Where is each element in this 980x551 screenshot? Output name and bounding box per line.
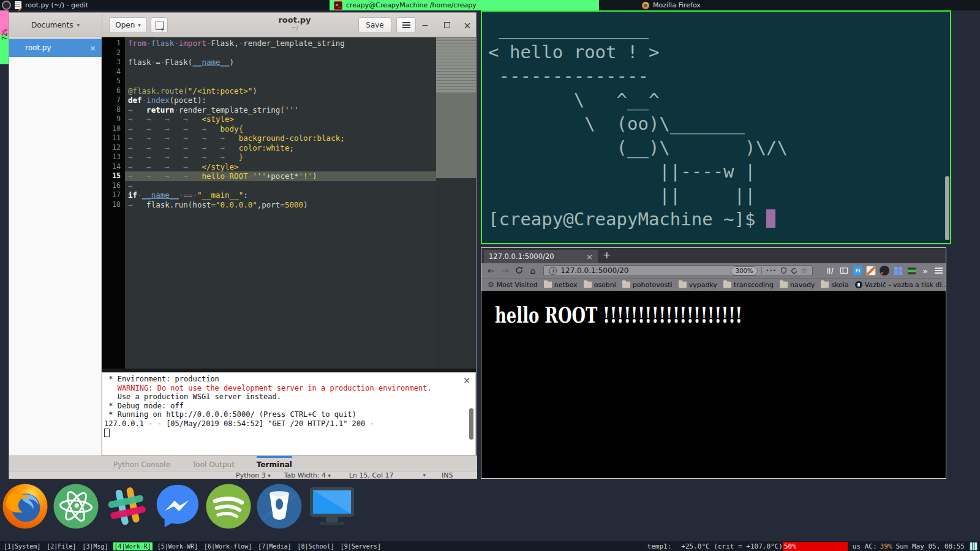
tray-grid-icon[interactable] <box>970 542 978 550</box>
code-line[interactable] <box>125 67 436 77</box>
page-actions-icon[interactable]: ••• <box>766 268 776 274</box>
code-line[interactable]: → → → → <style> <box>125 114 436 124</box>
panel-tab-tool-output[interactable]: Tool Output <box>192 456 235 471</box>
terminal-window[interactable]: ______________ < hello root ! > --------… <box>481 10 951 244</box>
panel-scrollbar[interactable] <box>469 408 473 440</box>
workspace--3-msg-[interactable]: [3|Msg] <box>81 542 109 550</box>
site-info-icon[interactable]: i <box>549 267 557 275</box>
bookmark-item[interactable]: vypadky <box>679 281 717 289</box>
workspace--6-work-flow-[interactable]: [6|Work-flow] <box>203 542 253 550</box>
workspace--2-file-[interactable]: [2|File] <box>45 542 77 550</box>
close-button[interactable]: × <box>462 20 473 31</box>
code-line[interactable]: from·flask·import·Flask,·render_template… <box>125 39 436 48</box>
code-line[interactable]: → → → → </style> <box>125 162 436 172</box>
menu-button[interactable] <box>396 17 416 33</box>
code-line[interactable]: → flask.run(host="0.0.0.0",port=5000) <box>125 200 436 210</box>
addon-green-icon[interactable] <box>907 266 916 276</box>
code-line[interactable]: def·index(pocet): <box>125 96 436 105</box>
bookmark-item[interactable]: Most Visited <box>488 280 538 289</box>
workspace--9-servers-[interactable]: [9|Servers] <box>339 542 382 550</box>
dock-messenger-icon[interactable] <box>154 482 202 530</box>
launcher-icon[interactable] <box>2 1 11 10</box>
addon-fi-icon[interactable]: FI <box>853 266 862 276</box>
sidebars-icon[interactable] <box>839 266 849 276</box>
dock-bitbucket-icon[interactable] <box>255 482 303 530</box>
dock-firefox-icon[interactable] <box>1 482 49 530</box>
documents-dropdown[interactable]: Documents ▾ <box>9 13 102 37</box>
addon-privacy-icon[interactable] <box>880 266 889 276</box>
code-token: ) <box>312 171 317 181</box>
reload-button[interactable] <box>515 266 523 276</box>
bookmark-item[interactable]: skola <box>821 281 848 289</box>
code-line[interactable]: → → → → → → } <box>125 152 436 162</box>
code-line[interactable]: @flask.route("/<int:pocet>") <box>125 86 436 96</box>
close-file-icon[interactable]: × <box>89 43 96 53</box>
home-button[interactable]: ⌂ <box>530 266 535 275</box>
chevron-down-icon[interactable]: ▾ <box>423 472 426 478</box>
bookmark-reload-icon[interactable] <box>791 265 797 277</box>
bookmark-item[interactable]: osobni <box>584 281 616 289</box>
workspace--5-work-wr-[interactable]: [5|Work-WR] <box>156 542 199 550</box>
bookmark-star-icon[interactable]: ☆ <box>801 266 808 275</box>
line-number: 8 <box>102 105 125 115</box>
panel-tab-python-console[interactable]: Python Console <box>113 456 170 471</box>
dock-spotify-icon[interactable] <box>205 482 252 530</box>
browser-viewport[interactable]: hello ROOT !!!!!!!!!!!!!!!!!!!! <box>481 291 946 478</box>
dock-atom-icon[interactable] <box>52 482 100 530</box>
overflow-chevron-icon[interactable]: » <box>920 266 930 276</box>
bookmark-item[interactable]: navody <box>780 281 815 289</box>
back-button[interactable]: ← <box>488 266 495 275</box>
zoom-level-badge[interactable]: 300% <box>731 266 758 276</box>
workspace--1-system-[interactable]: [1|System] <box>2 542 42 550</box>
bookmark-item[interactable]: netbox <box>544 281 578 289</box>
code-line[interactable]: → → → → hello·ROOT·'''+pocet*'!') <box>125 171 436 181</box>
language-selector[interactable]: Python 3 ▾ <box>236 471 271 479</box>
tab-width-selector[interactable]: Tab Width: 4 ▾ <box>284 471 331 479</box>
terminal-window-titlebar[interactable]: >_ creapy@CreapyMachine /home/creapy <box>330 0 599 10</box>
dock-displays-icon[interactable] <box>306 482 358 530</box>
firefox-menu-icon[interactable] <box>933 266 943 276</box>
bookmark-item[interactable]: transcoding <box>723 281 774 289</box>
dock-slack-icon[interactable] <box>103 482 151 530</box>
firefox-window-titlebar[interactable]: Mozilla Firefox <box>642 0 701 10</box>
code-editor[interactable]: from·flask·import·Flask,·render_template… <box>125 37 436 369</box>
new-document-button[interactable] <box>151 17 168 33</box>
bookmark-item[interactable]: pohotovosti <box>622 281 673 289</box>
maximize-button[interactable] <box>442 20 453 31</box>
url-bar[interactable]: i 127.0.0.1:5000/20 300% ••• ☆ <box>543 265 813 276</box>
shield-icon[interactable] <box>780 265 787 277</box>
bookmark-item[interactable]: Vazbič - vazba a tisk di... <box>855 281 946 289</box>
new-tab-button[interactable]: + <box>603 249 611 261</box>
code-line[interactable]: → return·render_template_string(''' <box>125 105 436 115</box>
gedit-window-title[interactable]: root.py (~/) - gedit <box>25 1 88 9</box>
code-line[interactable]: → → → → → body{ <box>125 124 436 134</box>
code-line[interactable]: → <box>125 181 436 191</box>
browser-tab[interactable]: 127.0.0.1:5000/20 × <box>484 250 598 263</box>
code-line[interactable]: → → → → → → background-color:black; <box>125 133 436 143</box>
open-button[interactable]: Open ▾ <box>109 17 147 33</box>
shell-prompt-line[interactable]: [creapy@CreapyMachine ~]$ <box>482 208 950 231</box>
panel-close-icon[interactable]: × <box>463 375 470 385</box>
url-text[interactable]: 127.0.0.1:5000/20 <box>560 266 628 275</box>
tab-close-icon[interactable]: × <box>586 252 593 261</box>
code-token: @flask.route( <box>128 86 188 96</box>
code-line[interactable] <box>125 77 436 86</box>
minimize-button[interactable]: − <box>420 20 431 31</box>
addon-grid-icon[interactable] <box>893 266 903 276</box>
sidebar-item-root-py[interactable]: root.py × <box>9 39 102 57</box>
save-button[interactable]: Save <box>358 17 391 33</box>
panel-tab-terminal[interactable]: Terminal <box>257 456 292 471</box>
workspace--7-media-[interactable]: [7|Media] <box>257 542 292 550</box>
forward-button[interactable]: → <box>502 266 509 275</box>
workspace--4-work-r-[interactable]: [4|Work-R] <box>113 542 153 550</box>
overview-map[interactable] <box>436 37 476 369</box>
code-line[interactable]: → → → → → → color:white; <box>125 143 436 153</box>
code-line[interactable]: if·__name__·==·"__main__": <box>125 190 436 200</box>
terminal-scrollbar[interactable] <box>945 176 949 240</box>
code-line[interactable]: flask·=·Flask(__name__) <box>125 58 436 67</box>
open-label: Open <box>115 21 135 29</box>
library-icon[interactable] <box>826 266 835 276</box>
workspace--8-school-[interactable]: [8|School] <box>296 542 335 550</box>
code-line[interactable] <box>125 48 436 58</box>
addon-notes-icon[interactable] <box>866 266 876 276</box>
